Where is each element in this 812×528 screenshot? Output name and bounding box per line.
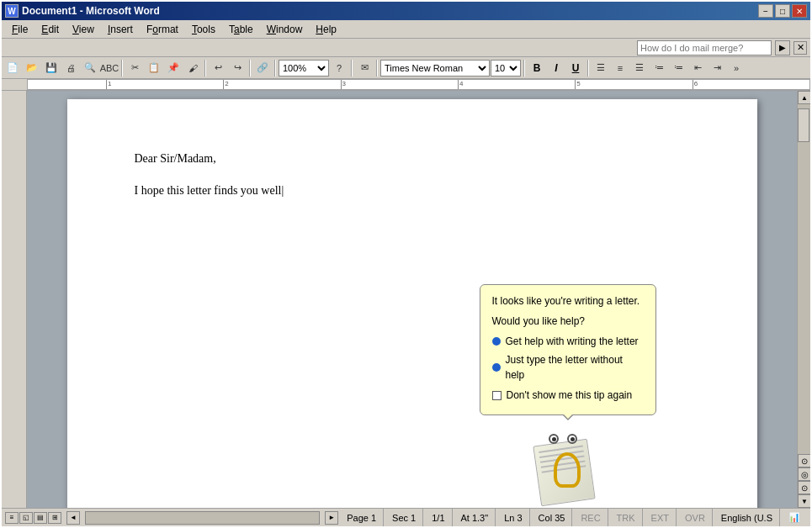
increase-indent-button[interactable]: ⇥ <box>708 59 726 77</box>
clippy-option-1[interactable]: Get help with writing the letter <box>492 334 644 349</box>
scroll-left-button[interactable]: ◄ <box>66 511 80 525</box>
save-button[interactable]: 💾 <box>42 59 61 77</box>
toolbar-sep-5 <box>351 60 353 77</box>
help-go-button[interactable]: ▶ <box>775 40 790 55</box>
minimize-button[interactable]: − <box>758 4 773 18</box>
format-painter-button[interactable]: 🖌 <box>183 59 202 77</box>
scroll-next-button[interactable]: ⊙ <box>798 481 810 494</box>
toolbar-sep-4 <box>274 60 276 77</box>
italic-button[interactable]: I <box>547 59 565 77</box>
menu-table[interactable]: Table <box>222 22 260 37</box>
cut-button[interactable]: ✂ <box>125 59 144 77</box>
horizontal-scrollbar[interactable] <box>85 511 320 525</box>
open-button[interactable]: 📂 <box>23 59 41 77</box>
status-sec: Sec 1 <box>385 509 423 526</box>
align-left-button[interactable]: ☰ <box>592 59 610 77</box>
ruler: 1 2 3 4 5 6 <box>2 79 810 91</box>
web-view-button[interactable]: ◱ <box>19 512 33 524</box>
menu-window[interactable]: Window <box>260 22 310 37</box>
document-content[interactable]: Dear Sir/Madam, I hope this letter finds… <box>135 150 690 201</box>
window-title: Document1 - Microsoft Word <box>22 5 758 17</box>
status-ovr: OVR <box>678 509 713 526</box>
menu-format[interactable]: Format <box>140 22 185 37</box>
undo-button[interactable]: ↩ <box>209 59 227 77</box>
line-number: Ln 3 <box>504 513 522 523</box>
numbering-button[interactable]: ≔ <box>669 59 687 77</box>
option-2-dot <box>492 363 501 372</box>
ruler-mark-6: 6 <box>693 80 698 89</box>
help-close-button[interactable]: ✕ <box>793 41 807 55</box>
print-preview-button[interactable]: 🔍 <box>81 59 99 77</box>
menu-help[interactable]: Help <box>309 22 343 37</box>
section-number: Sec 1 <box>392 513 416 523</box>
ruler-mark-4: 4 <box>458 80 463 89</box>
bubble-question: Would you like help? <box>492 314 644 329</box>
align-center-button[interactable]: ≡ <box>611 59 629 77</box>
document-area[interactable]: Dear Sir/Madam, I hope this letter finds… <box>27 91 797 508</box>
help-search-input[interactable] <box>637 40 772 55</box>
ruler-body: 1 2 3 4 5 6 <box>27 79 810 90</box>
print-button[interactable]: 🖨 <box>61 59 80 77</box>
menu-tools[interactable]: Tools <box>185 22 222 37</box>
ruler-mark-5: 5 <box>575 80 580 89</box>
scroll-up-button[interactable]: ▲ <box>798 91 810 104</box>
menu-file[interactable]: File <box>5 22 34 37</box>
document-page[interactable]: Dear Sir/Madam, I hope this letter finds… <box>67 99 757 508</box>
option-1-dot <box>492 337 501 346</box>
scroll-down-button[interactable]: ▼ <box>798 494 810 508</box>
menu-edit[interactable]: Edit <box>34 22 66 37</box>
bullets-button[interactable]: ≔ <box>650 59 668 77</box>
underline-button[interactable]: U <box>566 59 585 77</box>
spellcheck-button[interactable]: ABC <box>100 59 119 77</box>
new-button[interactable]: 📄 <box>3 59 22 77</box>
help-bar: ▶ ✕ <box>2 39 810 57</box>
app-icon: W <box>5 4 19 18</box>
outline-view-button[interactable]: ⊞ <box>48 512 61 524</box>
redo-button[interactable]: ↪ <box>228 59 247 77</box>
right-scrollbar: ▲ ⊙ ◎ ⊙ ▼ <box>797 91 810 508</box>
align-right-button[interactable]: ☰ <box>630 59 649 77</box>
menu-view[interactable]: View <box>66 22 101 37</box>
paste-button[interactable]: 📌 <box>164 59 183 77</box>
toolbar-sep-1 <box>121 60 123 77</box>
link-button[interactable]: 🔗 <box>253 59 272 77</box>
more-button[interactable]: » <box>727 59 746 77</box>
mail-merge-button[interactable]: ✉ <box>355 59 374 77</box>
status-bar: ≡ ◱ ▤ ⊞ ◄ ► Page 1 Sec 1 1/1 At 1.3" Ln … <box>2 508 810 526</box>
status-col: Col 35 <box>532 509 573 526</box>
maximize-button[interactable]: □ <box>775 4 790 18</box>
zoom-select[interactable]: 100% <box>279 60 329 77</box>
close-button[interactable]: ✕ <box>792 4 807 18</box>
scrollbar-thumb[interactable] <box>798 108 809 142</box>
clippy-checkbox[interactable] <box>492 391 502 400</box>
scroll-page-select-button[interactable]: ◎ <box>798 467 810 481</box>
print-view-button[interactable]: ▤ <box>34 512 47 524</box>
status-icon[interactable]: 📊 <box>782 509 807 526</box>
checkbox-label: Don't show me this tip again <box>507 388 633 403</box>
window-controls: − □ ✕ <box>758 4 807 18</box>
decrease-indent-button[interactable]: ⇤ <box>688 59 707 77</box>
font-select[interactable]: Times New Roman <box>380 60 490 77</box>
status-rec: REC <box>574 509 608 526</box>
font-size-select[interactable]: 10 <box>491 60 521 77</box>
main-toolbar: 📄 📂 💾 🖨 🔍 ABC ✂ 📋 📌 🖌 ↩ ↪ 🔗 100% ? ✉ Tim… <box>2 57 810 79</box>
copy-button[interactable]: 📋 <box>145 59 163 77</box>
scroll-prev-button[interactable]: ⊙ <box>798 454 810 467</box>
scroll-right-button[interactable]: ► <box>325 511 338 525</box>
help-button[interactable]: ? <box>330 59 348 77</box>
scrollbar-track[interactable] <box>798 104 810 454</box>
status-at: At 1.3" <box>454 509 496 526</box>
doc-line-2: I hope this letter finds you well| <box>135 182 690 200</box>
status-page: Page 1 <box>340 509 384 526</box>
doc-line-1: Dear Sir/Madam, <box>135 150 690 168</box>
option-2-label: Just type the letter without help <box>506 352 644 383</box>
clippy-checkbox-option[interactable]: Don't show me this tip again <box>492 388 644 403</box>
clippy-container: It looks like you're writing a letter. W… <box>480 284 656 503</box>
clippy-option-2[interactable]: Just type the letter without help <box>492 352 644 383</box>
menu-bar: File Edit View Insert Format Tools Table… <box>2 20 810 39</box>
normal-view-button[interactable]: ≡ <box>5 512 19 524</box>
status-language: English (U.S <box>714 509 780 526</box>
bold-button[interactable]: B <box>528 59 546 77</box>
title-bar: W Document1 - Microsoft Word − □ ✕ <box>2 2 810 20</box>
menu-insert[interactable]: Insert <box>101 22 140 37</box>
